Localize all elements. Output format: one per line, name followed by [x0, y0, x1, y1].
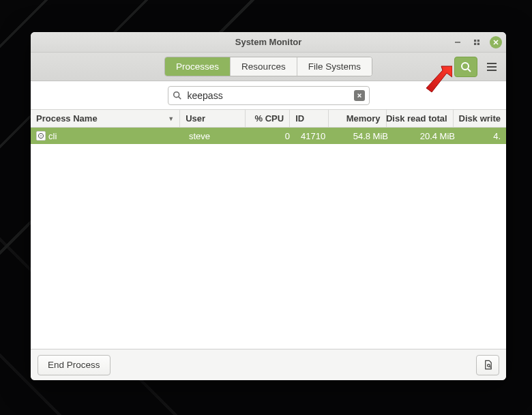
svg-line-10: [178, 96, 181, 99]
close-button[interactable]: [490, 36, 502, 48]
svg-point-7: [462, 63, 469, 70]
column-disk-read[interactable]: Disk read total: [387, 110, 454, 127]
svg-rect-1: [474, 40, 476, 42]
search-icon: [173, 91, 182, 100]
view-switcher: Processes Resources File Systems: [164, 57, 372, 76]
searchbox: [168, 86, 370, 105]
window-title: System Monitor: [235, 37, 302, 47]
process-properties-button[interactable]: [476, 355, 499, 375]
hamburger-icon: [487, 66, 497, 68]
svg-rect-3: [474, 42, 476, 44]
tab-filesystems[interactable]: File Systems: [297, 57, 372, 76]
window-controls: [452, 32, 502, 52]
table-row[interactable]: cli steve 0 41710 54.8 MiB 20.4 MiB 4.: [31, 128, 506, 144]
cell-memory: 54.8 MiB: [335, 131, 394, 141]
svg-line-20: [489, 367, 490, 368]
svg-rect-4: [477, 42, 479, 44]
svg-point-19: [487, 364, 490, 367]
column-process-name[interactable]: Process Name ▼: [31, 110, 180, 127]
search-icon: [460, 61, 471, 72]
cell-id: 41710: [295, 131, 335, 141]
searchbar-row: [31, 81, 506, 110]
cell-process-name: cli: [48, 131, 57, 141]
column-id[interactable]: ID: [290, 110, 329, 127]
minimize-icon: [454, 39, 461, 46]
process-icon: [36, 131, 46, 141]
search-input[interactable]: [186, 89, 350, 102]
cell-cpu: 0: [250, 131, 295, 141]
svg-rect-2: [477, 40, 479, 42]
cell-disk-write: 4.: [460, 131, 506, 141]
process-table-header: Process Name ▼ User % CPU ID Memory Disk…: [31, 110, 506, 128]
minimize-button[interactable]: [452, 36, 464, 48]
titlebar: System Monitor: [31, 32, 506, 53]
column-disk-write[interactable]: Disk write: [454, 110, 506, 127]
maximize-icon: [473, 39, 480, 46]
sort-descending-icon: ▼: [168, 115, 174, 122]
column-user[interactable]: User: [180, 110, 246, 127]
system-monitor-window: System Monitor Processes Resources File …: [31, 32, 506, 380]
tab-resources[interactable]: Resources: [231, 57, 297, 76]
svg-point-14: [40, 135, 42, 137]
column-label: Process Name: [36, 113, 98, 124]
close-icon: [492, 39, 499, 46]
clear-icon: [357, 93, 362, 98]
svg-line-8: [468, 69, 471, 72]
maximize-button[interactable]: [471, 36, 483, 48]
tab-processes[interactable]: Processes: [165, 57, 231, 76]
column-memory[interactable]: Memory: [329, 110, 386, 127]
end-process-button[interactable]: End Process: [38, 355, 110, 375]
column-cpu[interactable]: % CPU: [246, 110, 290, 127]
toolbar: Processes Resources File Systems: [31, 53, 506, 81]
cell-disk-read: 20.4 MiB: [394, 131, 460, 141]
search-toggle-button[interactable]: [454, 57, 477, 77]
bottombar: End Process: [31, 349, 506, 380]
cell-user: steve: [183, 131, 250, 141]
clear-search-button[interactable]: [354, 90, 365, 101]
svg-point-9: [173, 91, 179, 97]
menu-button[interactable]: [483, 57, 501, 77]
button-label: End Process: [48, 360, 100, 370]
process-table-body: cli steve 0 41710 54.8 MiB 20.4 MiB 4.: [31, 128, 506, 349]
document-search-icon: [483, 360, 493, 370]
